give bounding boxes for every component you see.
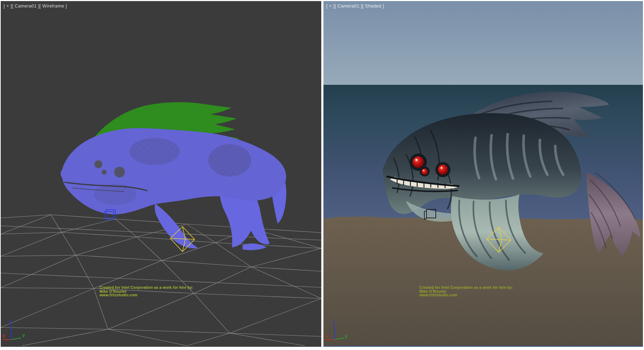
axis-x-label: x: [325, 334, 328, 339]
fish-fin-fragment[interactable]: [243, 243, 267, 250]
mesh-row[interactable]: [1, 255, 321, 271]
viewport-menu-shading[interactable]: [ Shaded ]: [362, 4, 384, 9]
viewport-wireframe[interactable]: [ + ][ Camera01 ][ Wireframe ]: [1, 1, 321, 347]
eye-highlight: [423, 170, 424, 171]
eye-highlight: [441, 167, 443, 169]
viewport-menu-general[interactable]: [ + ]: [326, 4, 335, 9]
eye-red-mid[interactable]: [438, 165, 448, 175]
mesh-line[interactable]: [1, 226, 321, 240]
stipple-patch: [208, 144, 251, 176]
watermark-text: Created for Intel Corporation as a work …: [99, 286, 193, 297]
stipple-patch: [176, 201, 215, 230]
watermark-text: Created for Intel Corporation as a work …: [419, 286, 513, 297]
viewport-menu-camera[interactable]: [ Camera01 ]: [12, 4, 39, 9]
mesh-diagonals[interactable]: [22, 329, 305, 346]
viewport-menu-shading[interactable]: [ Wireframe ]: [39, 4, 67, 9]
viewport-shaded[interactable]: [ + ][ Camera01 ][ Shaded ]: [323, 1, 643, 347]
fish-eye-small[interactable]: [102, 170, 107, 175]
mesh-diagonals[interactable]: [1, 232, 321, 267]
axis-z-label: z: [332, 320, 335, 325]
fish-eye[interactable]: [94, 160, 102, 168]
viewport-label-left: [ + ][ Camera01 ][ Wireframe ]: [4, 4, 67, 9]
axis-y-label: y: [345, 334, 348, 339]
sky-upper: [323, 1, 643, 85]
fish-eye-large[interactable]: [114, 167, 125, 178]
axis-y-label: Y: [22, 334, 25, 339]
eye-red-large[interactable]: [413, 156, 424, 168]
viewport-menu-general[interactable]: [ + ]: [4, 4, 12, 9]
stipple-patch: [130, 138, 180, 165]
eye-red-small[interactable]: [421, 169, 428, 175]
viewport-label-right: [ + ][ Camera01 ][ Shaded ]: [326, 4, 384, 9]
axis-x-label: X: [2, 334, 5, 339]
axis-gizmo: X Z Y: [2, 320, 25, 340]
mesh-row[interactable]: [1, 327, 321, 336]
screenshot-stage: [ + ][ Camera01 ][ Wireframe ]: [0, 0, 644, 350]
viewport-menu-camera[interactable]: [ Camera01 ]: [335, 4, 362, 9]
ground-mesh[interactable]: [1, 215, 321, 346]
eye-highlight: [415, 159, 418, 161]
fish-wireframe[interactable]: [61, 102, 287, 250]
box-helper[interactable]: [104, 210, 116, 220]
axis-z-label: Z: [9, 320, 12, 325]
